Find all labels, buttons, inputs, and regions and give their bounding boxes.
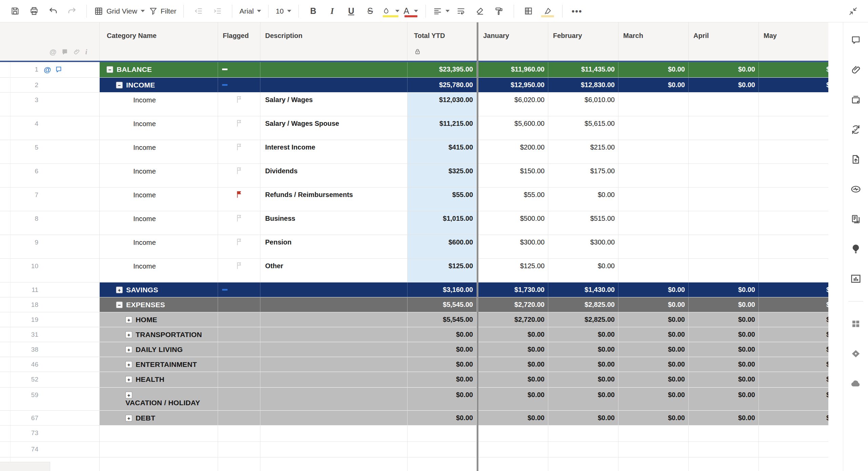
cell-flagged[interactable] <box>218 93 260 116</box>
cell-month-value[interactable]: $0.00 <box>618 411 689 426</box>
cell-month-value[interactable] <box>759 211 828 235</box>
cell-month-value[interactable]: $0.00 <box>618 78 689 93</box>
cell-flagged[interactable] <box>218 426 260 442</box>
cell-month-value[interactable]: $0.00 <box>759 342 828 357</box>
cell-month-value[interactable] <box>478 426 548 442</box>
cell-month-value[interactable] <box>618 211 689 235</box>
cell-total-ytd[interactable]: $12,030.00 <box>408 93 477 116</box>
cell-description[interactable] <box>260 411 408 426</box>
cell-month-value[interactable] <box>618 140 689 164</box>
cell-month-value[interactable]: $6,010.00 <box>548 93 618 116</box>
cell-month-value[interactable]: $0.00 <box>618 327 689 342</box>
cell-month-value[interactable] <box>618 235 689 259</box>
cell-month-value[interactable]: $125.00 <box>478 259 548 282</box>
cell-month-value[interactable]: $0.00 <box>548 357 618 372</box>
print-button[interactable] <box>24 3 43 19</box>
cell-category[interactable]: +SAVINGS <box>100 282 218 297</box>
row-toggle[interactable]: − <box>116 301 123 308</box>
cell-month-value[interactable]: $0.00 <box>759 327 828 342</box>
column-header-may[interactable]: May <box>759 22 828 61</box>
row-number[interactable]: 74 <box>11 442 44 457</box>
cell-category[interactable]: −BALANCE <box>100 62 218 78</box>
row-handle[interactable] <box>0 211 11 235</box>
row-handle[interactable] <box>0 235 11 258</box>
cell-description[interactable] <box>260 357 408 372</box>
cell-month-value[interactable] <box>618 164 689 188</box>
cell-total-ytd[interactable]: $0.00 <box>408 357 477 372</box>
row-number[interactable]: 6 <box>11 164 44 187</box>
row-handle[interactable] <box>0 426 11 441</box>
cell-month-value[interactable] <box>759 93 828 116</box>
row-number[interactable]: 10 <box>11 259 44 282</box>
cell-month-value[interactable] <box>689 211 759 235</box>
cell-total-ytd[interactable]: $600.00 <box>408 235 477 259</box>
strikethrough-button[interactable]: S <box>361 3 380 19</box>
cell-flagged[interactable] <box>218 442 260 457</box>
cell-month-value[interactable] <box>689 93 759 116</box>
cell-description[interactable] <box>260 372 408 388</box>
more-options-button[interactable]: ••• <box>568 3 587 19</box>
column-header-march[interactable]: March <box>618 22 689 61</box>
cell-month-value[interactable]: $0.00 <box>548 342 618 357</box>
cell-total-ytd[interactable]: $55.00 <box>408 188 477 211</box>
cell-month-value[interactable]: $0.00 <box>689 78 759 93</box>
frozen-column-divider[interactable] <box>477 22 478 471</box>
cell-month-value[interactable]: $0.00 <box>759 62 828 78</box>
column-header-february[interactable]: February <box>548 22 618 61</box>
cell-month-value[interactable] <box>478 457 548 471</box>
column-header-description[interactable]: Description <box>260 22 408 61</box>
attachments-icon[interactable] <box>848 62 863 77</box>
cell-category[interactable] <box>100 426 218 442</box>
cell-month-value[interactable]: $0.00 <box>478 327 548 342</box>
cell-flagged[interactable] <box>218 211 260 235</box>
cell-flagged[interactable] <box>218 140 260 164</box>
row-number[interactable]: 18 <box>11 297 44 312</box>
cell-total-ytd[interactable]: $415.00 <box>408 140 477 164</box>
row-number[interactable]: 31 <box>11 327 44 342</box>
cell-description[interactable] <box>260 442 408 457</box>
cell-month-value[interactable]: $200.00 <box>478 140 548 164</box>
cell-total-ytd[interactable] <box>408 457 477 471</box>
cell-category[interactable]: +ENTERTAINMENT <box>100 357 218 372</box>
cell-category[interactable] <box>100 457 218 471</box>
text-color-button[interactable]: A <box>401 3 420 19</box>
cell-month-value[interactable]: $6,020.00 <box>478 93 548 116</box>
cell-month-value[interactable]: $0.00 <box>689 297 759 312</box>
row-handle[interactable] <box>0 327 11 342</box>
cell-flagged[interactable] <box>218 62 260 78</box>
cell-description[interactable] <box>260 282 408 297</box>
cell-category[interactable]: Income <box>100 93 218 116</box>
cell-month-value[interactable]: $0.00 <box>548 372 618 388</box>
cell-month-value[interactable]: $0.00 <box>478 342 548 357</box>
sheet-summary-icon[interactable] <box>848 212 863 227</box>
cell-total-ytd[interactable] <box>408 442 477 457</box>
cell-month-value[interactable]: $0.00 <box>759 411 828 426</box>
row-toggle[interactable]: + <box>125 316 132 323</box>
row-handle[interactable] <box>0 312 11 327</box>
cell-description[interactable] <box>260 457 408 471</box>
cell-month-value[interactable]: $0.00 <box>759 297 828 312</box>
cell-month-value[interactable] <box>548 457 618 471</box>
row-handle[interactable] <box>0 93 11 116</box>
cell-month-value[interactable] <box>759 164 828 188</box>
cell-total-ytd[interactable]: $1,015.00 <box>408 211 477 235</box>
cell-total-ytd[interactable]: $23,395.00 <box>408 62 477 78</box>
cell-month-value[interactable] <box>759 235 828 259</box>
cell-month-value[interactable]: $0.00 <box>618 312 689 327</box>
cell-description[interactable] <box>260 297 408 312</box>
cell-description[interactable] <box>260 312 408 327</box>
cell-month-value[interactable]: $300.00 <box>548 235 618 259</box>
cell-description[interactable] <box>260 78 408 93</box>
column-header-january[interactable]: January <box>478 22 548 61</box>
comments-icon[interactable] <box>848 33 863 47</box>
cell-month-value[interactable]: $0.00 <box>548 188 618 211</box>
cell-month-value[interactable]: $0.00 <box>618 282 689 297</box>
cell-month-value[interactable] <box>618 457 689 471</box>
row-number[interactable]: 2 <box>11 78 44 92</box>
cell-flagged[interactable] <box>218 164 260 188</box>
cell-month-value[interactable]: $12,830.00 <box>548 78 618 93</box>
cell-month-value[interactable] <box>759 259 828 282</box>
cell-category[interactable]: +TRANSPORTATION <box>100 327 218 342</box>
cell-month-value[interactable]: $300.00 <box>478 235 548 259</box>
cell-total-ytd[interactable]: $11,215.00 <box>408 116 477 140</box>
